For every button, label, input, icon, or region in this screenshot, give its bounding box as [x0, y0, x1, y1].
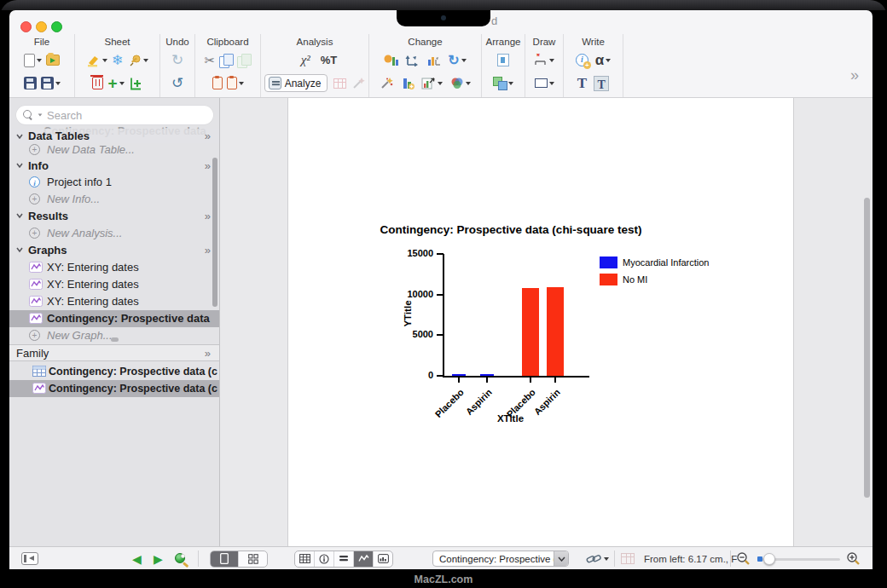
- new-sheet-button[interactable]: [24, 54, 42, 67]
- add-data-to-graph-button[interactable]: [400, 77, 415, 89]
- data-bar[interactable]: [547, 287, 564, 376]
- collapse-sidebar-button[interactable]: [21, 547, 38, 569]
- sidebar-scrollbar[interactable]: [212, 158, 217, 307]
- save-button[interactable]: [24, 77, 37, 89]
- graph-view-button[interactable]: [354, 551, 374, 567]
- text-tool-button[interactable]: T: [577, 76, 587, 90]
- highlight-button[interactable]: [86, 54, 107, 67]
- dropdown-chevron-button[interactable]: [554, 551, 568, 566]
- greek-symbol-button[interactable]: α: [595, 53, 611, 67]
- add-button[interactable]: +: [107, 75, 124, 91]
- resize-axes-button[interactable]: [405, 54, 420, 66]
- data-bar[interactable]: [522, 288, 539, 376]
- graph-item-xy-2[interactable]: XY: Entering dates: [9, 276, 219, 293]
- zoom-in-button[interactable]: [846, 547, 861, 569]
- gallery-view-button[interactable]: [239, 551, 267, 567]
- sidebar-section-results[interactable]: Results»: [9, 208, 219, 225]
- graph-item-xy-3[interactable]: XY: Entering dates: [9, 293, 219, 310]
- layout-view-button[interactable]: [374, 551, 392, 567]
- toolbar-group-draw: Draw *: [525, 34, 564, 97]
- legend-entry[interactable]: No MI: [600, 274, 736, 285]
- project-info-item[interactable]: Project info 1: [9, 174, 219, 191]
- zoom-to-fit-button[interactable]: [174, 547, 189, 569]
- new-data-table-item[interactable]: New Data Table...: [9, 141, 219, 159]
- duplicate-button[interactable]: [237, 54, 251, 67]
- group-label: Change: [408, 35, 442, 49]
- paste-special-button[interactable]: [227, 77, 244, 89]
- green-magnifier-icon: [174, 551, 189, 567]
- family-item-graph-selected[interactable]: Contingency: Prospective data (c: [9, 380, 219, 397]
- family-section-header[interactable]: Family»: [9, 344, 219, 361]
- draw-shape-button[interactable]: [535, 78, 554, 88]
- toolbar-overflow-button[interactable]: »: [850, 66, 859, 84]
- new-info-item[interactable]: New Info...: [9, 191, 219, 208]
- apply-analysis-button[interactable]: [333, 78, 346, 89]
- plot-area: Contingency: Prospective data (chi-squar…: [288, 98, 793, 546]
- rotate-button[interactable]: ↻: [448, 54, 466, 67]
- freeze-button[interactable]: ❄: [112, 54, 123, 67]
- text-box-button[interactable]: T: [594, 76, 609, 91]
- paste-button[interactable]: [212, 77, 223, 89]
- zoom-out-button[interactable]: [736, 547, 751, 569]
- data-bar[interactable]: [480, 374, 494, 376]
- dropdown-caret-icon: [508, 82, 513, 85]
- zoom-button[interactable]: [51, 21, 62, 32]
- search-box[interactable]: [16, 106, 213, 124]
- group-label: Clipboard: [206, 35, 248, 49]
- chi-square-button[interactable]: χ²: [301, 54, 310, 66]
- content-scrollbar[interactable]: [864, 198, 870, 498]
- legend-entry[interactable]: Myocardial Infarction: [600, 257, 736, 268]
- search-input[interactable]: [47, 109, 206, 122]
- info-view-button[interactable]: [315, 551, 334, 567]
- arrange-objects-button[interactable]: [493, 77, 513, 89]
- new-graph-item[interactable]: New Graph...: [9, 327, 219, 344]
- group-label: Arrange: [486, 35, 521, 49]
- cut-button[interactable]: ✂: [205, 54, 216, 66]
- graph-item-xy-1[interactable]: XY: Entering dates: [9, 259, 219, 276]
- new-analysis-item[interactable]: New Analysis...: [9, 225, 219, 242]
- minimize-button[interactable]: [36, 21, 47, 32]
- close-button[interactable]: [20, 21, 32, 32]
- analyze-button[interactable]: Analyze: [264, 74, 328, 92]
- graph-family-button[interactable]: [421, 77, 443, 89]
- section-more-icon[interactable]: »: [205, 208, 211, 225]
- redo-button[interactable]: ↻: [171, 53, 183, 67]
- interpolate-button[interactable]: %T: [321, 55, 338, 66]
- nav-forward-button[interactable]: ▶: [154, 547, 163, 569]
- undo-button[interactable]: ↺: [171, 76, 183, 90]
- new-info-note-button[interactable]: [576, 54, 588, 66]
- pin-button[interactable]: [128, 54, 148, 67]
- save-icon: [24, 77, 37, 89]
- change-graph-type-button[interactable]: [384, 54, 398, 66]
- sidebar-section-info[interactable]: Info»: [9, 158, 219, 175]
- graph-view: Contingency: Prospective data (chi-squar…: [220, 98, 873, 546]
- chart-arrow-icon: [421, 77, 436, 89]
- table-view-button[interactable]: [295, 551, 315, 567]
- insert-button[interactable]: [129, 77, 142, 90]
- section-more-icon[interactable]: »: [205, 158, 211, 175]
- legend-label: No MI: [623, 274, 647, 285]
- family-item-table[interactable]: Contingency: Prospective data (c: [9, 363, 219, 380]
- paste-special-icon: [227, 77, 237, 89]
- bar-axis-button[interactable]: [426, 54, 441, 66]
- linked-sheets-button[interactable]: [586, 547, 609, 569]
- data-bar[interactable]: [452, 374, 466, 376]
- results-view-button[interactable]: [334, 551, 354, 567]
- color-scheme-button[interactable]: [449, 77, 471, 89]
- align-button[interactable]: [497, 54, 509, 66]
- wizard-button[interactable]: [352, 77, 365, 89]
- magic-button[interactable]: [380, 77, 393, 89]
- sheet-selector-dropdown[interactable]: Contingency: Prospective da: [432, 551, 569, 567]
- graph-item-contingency-selected[interactable]: Contingency: Prospective data: [9, 310, 219, 327]
- nav-back-button[interactable]: ◀: [132, 547, 142, 569]
- save-as-button[interactable]: [41, 77, 61, 89]
- significance-bracket-button[interactable]: *: [534, 54, 554, 66]
- delete-sheet-button[interactable]: [92, 77, 103, 89]
- section-more-icon[interactable]: »: [205, 345, 211, 361]
- copy-button[interactable]: [219, 54, 233, 67]
- sidebar-section-graphs[interactable]: Graphs»: [9, 242, 219, 259]
- open-file-button[interactable]: [46, 55, 60, 66]
- section-more-icon[interactable]: »: [205, 242, 211, 259]
- single-page-view-button[interactable]: [211, 551, 239, 567]
- zoom-slider-thumb[interactable]: [763, 553, 775, 565]
